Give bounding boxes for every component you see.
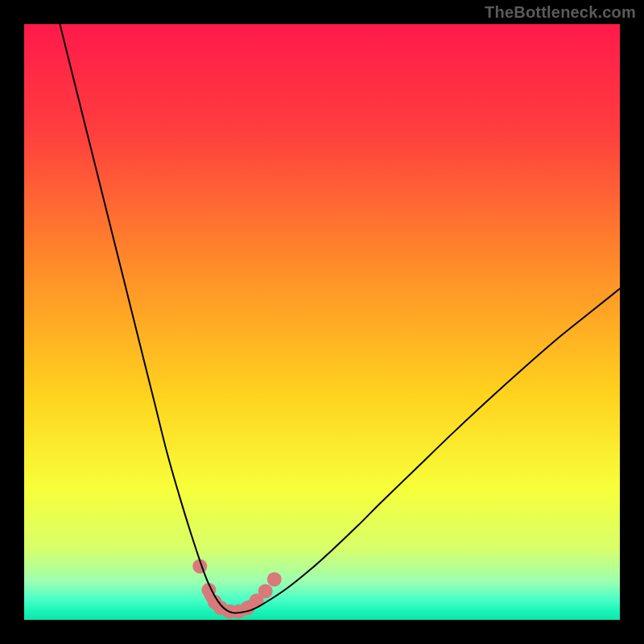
bottleneck-chart: [24, 24, 620, 620]
plot-area: [24, 24, 620, 620]
watermark-text: TheBottleneck.com: [485, 3, 636, 22]
valley-marker: [258, 584, 273, 598]
gradient-background: [24, 24, 620, 620]
valley-marker: [267, 572, 282, 587]
chart-frame: TheBottleneck.com: [0, 0, 644, 644]
